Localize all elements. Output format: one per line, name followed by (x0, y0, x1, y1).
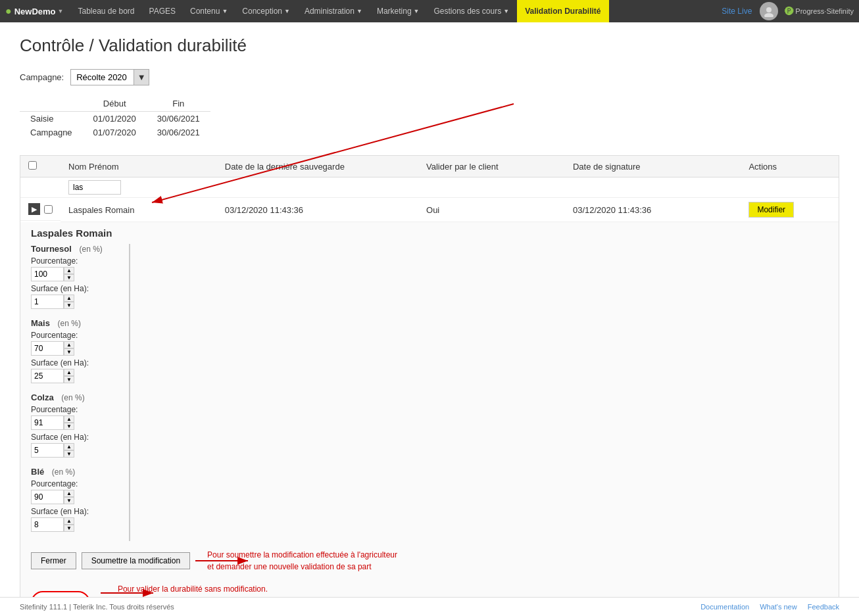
campagne-row: Campagne: Récolte 2020 ▼ (20, 69, 839, 85)
fermer-button[interactable]: Fermer (31, 552, 76, 569)
campagne-select[interactable]: Récolte 2020 (70, 69, 149, 85)
soumettre-button[interactable]: Soumettre la modification (82, 552, 190, 569)
nav-administration[interactable]: Administration ▼ (298, 0, 369, 22)
modifier-button[interactable]: Modifier (749, 202, 794, 218)
crop-mais-surf-up[interactable]: ▲ (64, 369, 74, 376)
nav-contenu-arrow: ▼ (222, 8, 228, 14)
crop-colza-pct-up[interactable]: ▲ (64, 415, 74, 423)
expand-button[interactable]: ▶ (28, 203, 40, 215)
select-all-checkbox[interactable] (28, 161, 37, 170)
crop-ble-subtitle: (en %) (52, 467, 75, 477)
footer-whats-new[interactable]: What's new (760, 603, 797, 611)
crop-tournesol-surf-spinner: ▲ ▼ (64, 295, 74, 309)
crop-tournesol-pct-up[interactable]: ▲ (64, 267, 74, 274)
crop-ble-pct-down[interactable]: ▼ (64, 497, 74, 504)
campagne-label: Campagne: (20, 72, 64, 82)
crop-colza-surf-down[interactable]: ▼ (64, 450, 74, 458)
th-valider-client: Valider par le client (418, 156, 565, 178)
svg-point-1 (764, 13, 773, 17)
nav-logo: 🅟 Progress·Sitefinity (785, 6, 854, 16)
crop-mais-pct-up[interactable]: ▲ (64, 341, 74, 348)
filter-actions-cell (741, 178, 839, 198)
brand-arrow: ▼ (58, 8, 64, 14)
crop-tournesol-pct-input[interactable] (31, 267, 64, 281)
nav-marketing-arrow: ▼ (414, 8, 420, 14)
crop-mais-pct-input-wrapper: ▲ ▼ (31, 341, 77, 356)
row-expand-cell: ▶ (20, 198, 61, 221)
row-checkbox[interactable] (44, 205, 53, 214)
filter-row: las (20, 178, 839, 198)
footer-copy: Sitefinity 111.1 | Telerik Inc. Tous dro… (20, 603, 174, 611)
crop-ble-pct-label: Pourcentage: (31, 479, 103, 488)
crop-tournesol-surf-input[interactable] (31, 295, 64, 309)
nav-conception[interactable]: Conception ▼ (235, 0, 297, 22)
date-campagne-fin: 30/06/2021 (147, 126, 210, 139)
crop-tournesol-name: Tournesol (31, 244, 72, 254)
table-header-row: Nom Prénom Date de la dernière sauvegard… (20, 156, 839, 178)
th-checkbox (20, 156, 61, 178)
bracket-line (129, 244, 130, 541)
footer-feedback[interactable]: Feedback (808, 603, 839, 611)
nav-pages[interactable]: PAGES (143, 0, 182, 22)
filter-name-input[interactable]: las (68, 180, 121, 195)
nav-tableau-de-bord[interactable]: Tableau de bord (71, 0, 141, 22)
crop-ble-surf-input[interactable] (31, 517, 64, 532)
th-nom-prenom: Nom Prénom (61, 156, 217, 178)
crop-colza-surf-label: Surface (en Ha): (31, 433, 103, 442)
valider-arrow-svg (101, 590, 107, 596)
crop-ble-surf-up[interactable]: ▲ (64, 517, 74, 525)
crop-ble-surf-down[interactable]: ▼ (64, 525, 74, 532)
crop-mais-surf-down[interactable]: ▼ (64, 376, 74, 383)
nav-brand[interactable]: ● NewDemo ▼ (5, 5, 63, 17)
row-date-signature: 03/12/2020 11:43:36 (565, 198, 741, 222)
date-col-debut: Début (83, 96, 147, 112)
footer-documentation[interactable]: Documentation (700, 603, 749, 611)
row-valider-client: Oui (418, 198, 565, 222)
nav-validation-durabilite[interactable]: Validation Durabilité (517, 0, 608, 22)
crop-mais-pct-down[interactable]: ▼ (64, 348, 74, 356)
crop-colza-surf-input[interactable] (31, 443, 64, 458)
crop-colza-subtitle: (en %) (61, 393, 84, 402)
row-nom-prenom: Laspales Romain (61, 198, 217, 222)
footer: Sitefinity 111.1 | Telerik Inc. Tous dro… (0, 597, 859, 616)
crop-colza-pct-down[interactable]: ▼ (64, 423, 74, 430)
crop-ble-pct-input-wrapper: ▲ ▼ (31, 490, 77, 504)
crop-colza-surf-up[interactable]: ▲ (64, 443, 74, 450)
top-nav: ● NewDemo ▼ Tableau de bord PAGES Conten… (0, 0, 859, 22)
crop-tournesol-pct-down[interactable]: ▼ (64, 274, 74, 281)
page-title: Contrôle / Validation durabilité (20, 36, 839, 56)
crop-ble-surf-label: Surface (en Ha): (31, 507, 103, 516)
action-buttons-row: Fermer Soumettre la modification (31, 549, 828, 573)
filter-sig-cell (565, 178, 741, 198)
detail-person-name: Laspales Romain (31, 227, 828, 239)
crop-colza-pct-input-wrapper: ▲ ▼ (31, 415, 77, 430)
crop-colza: Colza (en %) Pourcentage: ▲ ▼ (31, 392, 103, 458)
crop-ble-pct-spinner: ▲ ▼ (64, 490, 74, 504)
crop-ble: Blé (en %) Pourcentage: ▲ ▼ (31, 467, 103, 532)
crop-tournesol-surf-up[interactable]: ▲ (64, 295, 74, 302)
crop-mais-pct-input[interactable] (31, 341, 64, 356)
date-col-label (20, 96, 83, 112)
nav-gestions-des-cours[interactable]: Gestions des cours ▼ (428, 0, 516, 22)
crop-colza-pct-input[interactable] (31, 415, 64, 430)
nav-site-live[interactable]: Site Live (722, 7, 752, 16)
crop-tournesol-surf-down[interactable]: ▼ (64, 302, 74, 309)
date-table: Début Fin Saisie 01/01/2020 30/06/2021 C… (20, 96, 210, 139)
campagne-select-wrapper: Récolte 2020 ▼ (70, 69, 149, 85)
footer-links: Documentation What's new Feedback (700, 603, 839, 611)
nav-administration-arrow: ▼ (356, 8, 362, 14)
nav-avatar[interactable] (760, 2, 778, 20)
main-content: Contrôle / Validation durabilité Campagn… (0, 22, 859, 616)
crop-mais-subtitle: (en %) (58, 319, 81, 328)
crop-ble-pct-up[interactable]: ▲ (64, 490, 74, 497)
nav-contenu[interactable]: Contenu ▼ (184, 0, 234, 22)
crop-tournesol-pct-label: Pourcentage: (31, 256, 103, 266)
crop-mais: Mais (en %) Pourcentage: ▲ ▼ (31, 318, 103, 383)
detail-row: Laspales Romain Tournesol (en %) Pour (20, 222, 839, 617)
crop-ble-pct-input[interactable] (31, 490, 64, 504)
crop-mais-surf-label: Surface (en Ha): (31, 358, 103, 367)
nav-marketing[interactable]: Marketing ▼ (370, 0, 426, 22)
crop-mais-pct-spinner: ▲ ▼ (64, 341, 74, 356)
filter-date-cell (217, 178, 418, 198)
crop-mais-surf-input[interactable] (31, 369, 64, 383)
